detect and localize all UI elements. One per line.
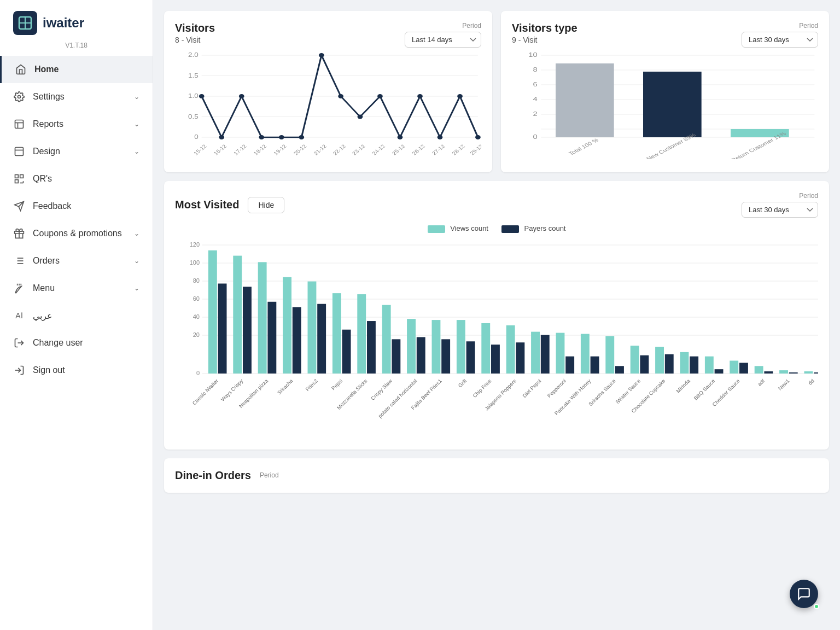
svg-rect-148 [615,366,624,374]
svg-text:17-12: 17-12 [232,143,248,156]
svg-text:1.0: 1.0 [188,92,199,100]
most-visited-period-dropdown[interactable]: Last 30 days Last 7 days Last 14 days [742,202,818,218]
sidebar-item-coupons[interactable]: Coupons & promotions ⌄ [0,220,153,247]
sidebar-item-feedback[interactable]: Feedback [0,192,153,220]
svg-point-41 [299,135,304,139]
svg-text:Ways Crispy: Ways Crispy [219,377,244,402]
svg-rect-100 [218,283,227,374]
qrs-label: QR's [33,174,52,184]
svg-rect-117 [357,294,366,374]
svg-text:18-12: 18-12 [252,143,268,156]
visitors-card-header: Visitors 8 - Visit Period Last 14 days L… [175,22,481,48]
svg-text:BBQ Sauce: BBQ Sauce [692,377,716,401]
svg-rect-151 [640,355,649,373]
settings-chevron: ⌄ [134,93,139,101]
svg-text:24-12: 24-12 [371,143,387,156]
svg-point-36 [199,94,205,98]
version-label: V1.T.18 [0,39,153,56]
svg-rect-142 [565,356,574,373]
svg-text:Diet Pepsi: Diet Pepsi [521,377,542,398]
top-cards-row: Visitors 8 - Visit Period Last 14 days L… [164,11,829,172]
svg-rect-172 [814,372,818,374]
sidebar-item-orders[interactable]: Orders ⌄ [0,247,153,275]
svg-text:Total 100 %: Total 100 % [567,137,600,156]
svg-text:19-12: 19-12 [272,143,288,156]
visitors-chart: 2.0 1.5 1.0 0.5 0 [175,50,481,161]
svg-point-39 [259,135,264,139]
svg-point-50 [475,135,481,139]
svg-text:4: 4 [533,96,537,103]
svg-rect-127 [441,339,450,374]
visitors-card: Visitors 8 - Visit Period Last 14 days L… [164,11,492,172]
chart-legend: Views count Payers count [175,224,818,233]
svg-text:Mirinda: Mirinda [675,377,691,394]
svg-rect-123 [407,319,416,374]
logo-icon [13,11,37,35]
reports-chevron: ⌄ [134,120,139,128]
svg-rect-129 [457,320,465,374]
svg-rect-141 [556,332,565,373]
svg-point-46 [398,135,403,139]
sidebar-item-sign-out[interactable]: Sign out [0,357,153,384]
sidebar-item-change-user[interactable]: Change user [0,329,153,357]
orders-icon [13,255,25,267]
svg-point-44 [358,115,363,119]
visitors-period-selector: Period Last 14 days Last 7 days Last 30 … [405,22,481,48]
svg-rect-108 [283,277,291,373]
settings-icon [13,91,25,103]
sidebar-item-arabic[interactable]: Aا عربي [0,302,153,329]
svg-text:Sriracha: Sriracha [276,377,294,395]
svg-point-42 [319,53,324,57]
svg-rect-138 [531,331,540,373]
visitors-period-dropdown[interactable]: Last 14 days Last 7 days Last 30 days [405,32,481,48]
chat-button[interactable] [790,580,818,608]
arabic-icon: Aا [13,310,25,322]
svg-rect-11 [15,180,19,183]
sidebar-item-reports[interactable]: Reports ⌄ [0,110,153,138]
menu-chevron: ⌄ [134,284,139,292]
qr-icon [13,173,25,185]
main-content: Visitors 8 - Visit Period Last 14 days L… [153,0,840,630]
svg-rect-135 [506,325,515,373]
sidebar-item-menu[interactable]: Menu ⌄ [0,275,153,302]
svg-rect-163 [739,363,748,374]
arabic-label: عربي [33,311,52,321]
svg-text:80: 80 [193,277,200,284]
svg-rect-114 [332,293,341,374]
visitors-type-period-selector: Period Last 30 days Last 7 days Last 14 … [742,22,818,48]
payers-legend: Payers count [501,224,566,233]
svg-text:Sriracha Sauce: Sriracha Sauce [587,377,617,407]
svg-text:10: 10 [528,51,537,59]
svg-rect-169 [789,372,798,374]
most-visited-header: Most Visited Hide Period Last 30 days La… [175,192,818,218]
design-chevron: ⌄ [134,148,139,155]
dinein-header: Dine-in Orders Period [175,469,818,482]
svg-text:27-12: 27-12 [431,143,447,156]
most-visited-card: Most Visited Hide Period Last 30 days La… [164,181,829,450]
dinein-title: Dine-in Orders [175,469,251,482]
svg-text:Crispy Slaw: Crispy Slaw [370,377,393,401]
hide-button[interactable]: Hide [248,197,284,213]
design-icon [13,145,25,158]
visitors-type-chart: 10 8 6 4 2 0 Total 100 % New Cu [512,50,818,161]
svg-rect-79 [556,63,614,137]
svg-point-37 [219,135,224,139]
sidebar-item-home[interactable]: Home [0,56,153,83]
svg-rect-102 [233,255,242,373]
sidebar-item-design[interactable]: Design ⌄ [0,138,153,165]
most-visited-title: Most Visited [175,199,239,211]
feedback-label: Feedback [33,201,71,211]
svg-rect-133 [491,345,500,374]
dinein-period-label: Period [260,471,279,479]
svg-text:22-12: 22-12 [331,143,347,156]
svg-rect-171 [804,371,813,374]
svg-text:New1: New1 [777,377,790,391]
svg-rect-9 [15,175,19,178]
svg-text:iWaiter Sauce: iWaiter Sauce [615,377,641,404]
visitors-type-period-dropdown[interactable]: Last 30 days Last 7 days Last 14 days [742,32,818,48]
svg-text:6: 6 [533,81,537,88]
sidebar-item-qrs[interactable]: QR's [0,165,153,192]
sidebar-item-settings[interactable]: Settings ⌄ [0,83,153,110]
svg-rect-80 [643,72,702,137]
logo-text: iwaiter [43,15,84,31]
